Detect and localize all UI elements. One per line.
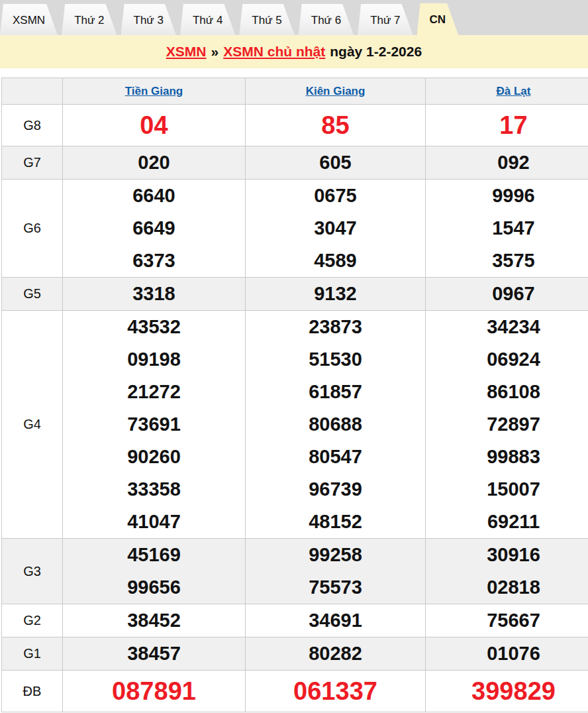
prize-number: 86108 xyxy=(426,376,588,408)
prize-cell: 3091602818 xyxy=(426,539,588,604)
prize-label-g5: G5 xyxy=(2,278,63,311)
prize-number: 38457 xyxy=(63,637,245,670)
prize-cell: 3318 xyxy=(63,278,246,311)
tab-thu-6[interactable]: Thứ 6 xyxy=(299,4,354,35)
prize-number: 48152 xyxy=(246,506,425,538)
prize-number: 51530 xyxy=(246,343,425,376)
prize-number: 6649 xyxy=(63,212,245,245)
column-header-cell: Kiên Giang xyxy=(246,78,426,105)
prize-number: 06924 xyxy=(426,343,588,376)
prize-number: 72897 xyxy=(426,408,588,441)
prize-number: 605 xyxy=(246,146,425,179)
prize-number: 96739 xyxy=(246,473,425,506)
tab-thu-7[interactable]: Thứ 7 xyxy=(358,4,413,35)
tab-xsmn[interactable]: XSMN xyxy=(0,4,58,35)
prize-number: 45169 xyxy=(63,539,245,571)
prize-number: 020 xyxy=(63,146,245,179)
prize-cell: 01076 xyxy=(426,637,588,671)
prize-number: 0967 xyxy=(426,278,588,310)
breadcrumb-home-link[interactable]: XSMN xyxy=(166,44,207,60)
prize-label-g4: G4 xyxy=(2,311,63,539)
prize-number: 80547 xyxy=(246,441,425,473)
prize-number: 43532 xyxy=(63,311,245,343)
prize-label-g1: G1 xyxy=(2,637,63,671)
prize-row-g2: G2384523469175667 xyxy=(2,604,588,637)
prize-row-g8: G8048517 xyxy=(2,105,588,146)
results-section: Tiền GiangKiên GiangĐà Lạt G8048517G7020… xyxy=(0,78,588,712)
prize-number: 99883 xyxy=(426,441,588,473)
prize-cell: 061337 xyxy=(246,671,426,712)
prize-number: 34234 xyxy=(426,311,588,343)
tab-bar: XSMNThứ 2Thứ 3Thứ 4Thứ 5Thứ 6Thứ 7CN xyxy=(0,0,588,35)
prize-number: 69211 xyxy=(426,506,588,538)
prize-cell: 4516999656 xyxy=(63,539,246,604)
prize-label-g6: G6 xyxy=(2,180,63,278)
prize-label-g7: G7 xyxy=(2,146,63,180)
prize-number: 73691 xyxy=(63,408,245,441)
prize-number: 092 xyxy=(426,146,588,179)
prize-cell: 23873515306185780688805479673948152 xyxy=(246,311,426,539)
prize-row-g6: G6664066496373067530474589999615473575 xyxy=(2,180,588,278)
prize-label-g3: G3 xyxy=(2,539,63,604)
results-body: G8048517G7020605092G66640664963730675304… xyxy=(2,105,588,712)
column-header-cell: Đà Lạt xyxy=(426,78,588,105)
prize-number: 4589 xyxy=(246,245,425,277)
prize-number: 6373 xyxy=(63,245,245,277)
prize-cell: 067530474589 xyxy=(246,180,426,278)
prize-number: 01076 xyxy=(426,637,588,670)
prize-row-g1: G1384578028201076 xyxy=(2,637,588,671)
prize-cell: 75667 xyxy=(426,604,588,637)
prize-number: 99258 xyxy=(246,539,425,571)
prize-number: 75667 xyxy=(426,604,588,637)
prize-cell: 85 xyxy=(246,105,426,146)
prize-number: 38452 xyxy=(63,604,245,637)
prize-number: 9996 xyxy=(426,180,588,212)
tab-thu-2[interactable]: Thứ 2 xyxy=(62,4,117,35)
prize-cell: 38457 xyxy=(63,637,246,671)
prize-cell: 43532091982127273691902603335841047 xyxy=(63,311,246,539)
breadcrumb: XSMN » XSMN chủ nhật ngày 1-2-2026 xyxy=(0,35,588,68)
prize-cell: 34234069248610872897998831500769211 xyxy=(426,311,588,539)
prize-cell: 80282 xyxy=(246,637,426,671)
prize-number: 3318 xyxy=(63,278,245,310)
prize-number: 1547 xyxy=(426,212,588,245)
tab-thu-3[interactable]: Thứ 3 xyxy=(121,4,176,35)
prize-cell: 999615473575 xyxy=(426,180,588,278)
prize-number: 61857 xyxy=(246,376,425,408)
tab-thu-4[interactable]: Thứ 4 xyxy=(180,4,235,35)
prize-number: 34691 xyxy=(246,604,425,637)
prize-cell: 9132 xyxy=(246,278,426,311)
prize-row-g5: G5331891320967 xyxy=(2,278,588,311)
prize-number: 30916 xyxy=(426,539,588,571)
breadcrumb-separator: » xyxy=(211,44,219,60)
prize-cell: 34691 xyxy=(246,604,426,637)
prize-number: 15007 xyxy=(426,473,588,506)
prize-number: 21272 xyxy=(63,376,245,408)
province-link-1[interactable]: Tiền Giang xyxy=(125,85,183,97)
prize-number: 23873 xyxy=(246,311,425,343)
prize-row-g7: G7020605092 xyxy=(2,146,588,180)
prize-number: 80282 xyxy=(246,637,425,670)
prize-number: 80688 xyxy=(246,408,425,441)
prize-cell: 020 xyxy=(63,146,246,180)
prize-cell: 399829 xyxy=(426,671,588,712)
prize-number: 41047 xyxy=(63,506,245,538)
tab-cn[interactable]: CN xyxy=(417,3,459,35)
prize-row-g4: G443532091982127273691902603335841047238… xyxy=(2,311,588,539)
prize-number: 399829 xyxy=(426,671,588,712)
prize-number: 75573 xyxy=(246,571,425,604)
prize-number: 3575 xyxy=(426,245,588,277)
prize-cell: 9925875573 xyxy=(246,539,426,604)
breadcrumb-page-link[interactable]: XSMN chủ nhật xyxy=(223,44,325,60)
prize-label-g8: G8 xyxy=(2,105,63,146)
breadcrumb-date-text: ngày 1-2-2026 xyxy=(330,44,422,60)
province-link-2[interactable]: Kiên Giang xyxy=(306,85,366,97)
prize-number: 087891 xyxy=(63,671,245,712)
province-link-3[interactable]: Đà Lạt xyxy=(497,85,531,97)
column-header-cell: Tiền Giang xyxy=(63,78,246,105)
prize-cell: 17 xyxy=(426,105,588,146)
corner-cell xyxy=(2,78,63,105)
prize-cell: 605 xyxy=(246,146,426,180)
prize-row-g3: G3451699965699258755733091602818 xyxy=(2,539,588,604)
tab-thu-5[interactable]: Thứ 5 xyxy=(239,4,294,35)
